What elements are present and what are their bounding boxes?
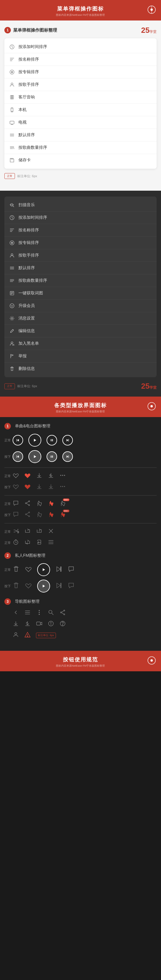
next-btn-normal[interactable] [62,435,73,445]
info-nav-icon[interactable] [48,620,54,628]
download-done-pressed-icon[interactable] [48,483,54,491]
comment-icon[interactable] [13,500,19,508]
dark-menu-item-4[interactable]: 按专辑排序 [5,237,156,249]
menu-item-8[interactable]: 默认排序 [5,129,156,142]
download-done-icon[interactable] [48,472,54,480]
share-icon[interactable] [24,500,31,508]
download-nav-icon[interactable] [13,620,19,628]
fm-heart-icon[interactable] [25,566,32,574]
play-btn-pressed[interactable] [29,450,41,463]
dark-menu-item-13[interactable]: 举报 [5,350,156,363]
dark-menu-item-8[interactable]: 一键获取词图 [5,287,156,300]
next-btn-pressed[interactable] [62,451,73,462]
comment-pressed-icon[interactable] [13,511,19,519]
fm-delete-icon[interactable] [13,566,20,574]
menu-item-2[interactable]: 按名称排序 [5,53,156,66]
back-nav-icon[interactable] [13,609,19,617]
repeat-one2-icon[interactable] [36,539,43,547]
menu-item-10[interactable]: 储存卡 [5,154,156,166]
clock-icon [9,44,15,50]
badge-25-sub: 学堂 [150,30,156,34]
prev-btn-normal[interactable] [13,435,23,445]
fm-play-icon[interactable] [37,563,50,576]
repeat-icon[interactable] [24,528,31,535]
player-sub1: 1 单曲&电台图标整理 正常 按下 [5,423,156,547]
play-btn-normal[interactable] [29,434,41,447]
video-nav-icon[interactable] [36,620,43,628]
dark-menu-item-12[interactable]: 加入黑名单 [5,337,156,350]
fm-next-pressed-icon[interactable] [55,582,62,590]
dark-menu-item-3[interactable]: 按名称排序 [5,224,156,237]
flag-icon [9,353,15,359]
thumbup-filled-icon[interactable] [48,500,54,508]
svg-point-90 [29,512,30,513]
heart-outline-pressed-icon[interactable] [13,483,19,491]
netease-logo [148,6,156,15]
download-pressed-icon[interactable] [36,483,43,491]
playmode-normal-label: 正常 [5,530,13,534]
menu-item-9[interactable]: N 按歌曲数量排序 [5,142,156,154]
heart-outline-icon[interactable] [13,472,19,480]
fm-delete-pressed-icon[interactable] [13,582,20,590]
dark-menu-item-10[interactable]: 消息设置 [5,312,156,325]
fm-comment-icon[interactable] [68,566,75,574]
dark-menu-item-5[interactable]: 按歌手排序 [5,249,156,262]
more-dots-pressed-icon[interactable] [59,483,66,491]
share-nav-icon[interactable] [59,609,66,617]
fm-play-pressed-icon[interactable] [37,580,50,592]
more-dots-icon[interactable] [59,472,66,480]
comment-normal-icons: 999+ [13,500,66,508]
fm-heart-pressed-icon[interactable] [25,582,32,590]
count-badge-icon[interactable]: 999+ [59,500,66,508]
heart-filled-icon[interactable] [24,472,31,480]
count-badge-pressed-icon[interactable]: 999+ [59,511,66,519]
dark-menu-item-11[interactable]: 编辑信息 [5,325,156,337]
download-icon[interactable] [36,472,43,480]
thumbup-pressed-icon[interactable] [36,511,43,519]
phone-icon [9,107,15,113]
dark-menu-item-1[interactable]: 扫描音乐 [5,199,156,212]
svg-line-123 [62,611,64,612]
thumbup-icon[interactable] [36,500,43,508]
heart-filled-pressed-icon[interactable] [24,483,31,491]
prev-btn-pressed[interactable] [13,451,23,462]
menu-item-4[interactable]: 按歌手排序 [5,78,156,91]
share-pressed-icon[interactable] [24,511,31,519]
pause-btn-pressed[interactable] [46,451,57,462]
menu-item-6[interactable]: 本机 [5,104,156,116]
svg-line-93 [26,513,29,514]
dark-menu-item-14[interactable]: 删除信息 [5,363,156,375]
transport-pressed-icons [13,450,73,463]
close-icon[interactable] [48,528,54,535]
fm-pressed-label: 按下 [5,584,13,589]
repeat2-icon[interactable] [24,539,31,547]
fm-next-icon[interactable] [55,566,62,574]
count-list-icon-dark [9,278,15,283]
user-nav-icon[interactable] [13,632,19,639]
annotation-row-1: 正常 标注单位: 6px [5,173,156,179]
warning-nav-icon[interactable] [24,632,31,639]
fm-comment-pressed-icon[interactable] [68,582,75,590]
menu-item-7[interactable]: 电视 [5,116,156,129]
pause-btn-normal[interactable] [46,435,57,445]
edit-icon [9,328,15,334]
timer-icon[interactable] [13,539,19,547]
menu-item-1[interactable]: 按添加时间排序 [5,41,156,53]
dark-menu-item-9[interactable]: 升级会员 [5,300,156,312]
download2-nav-icon[interactable] [24,620,31,628]
menu-item-5[interactable]: 客厅音响 [5,91,156,104]
repeat-one-icon[interactable]: 1 [36,528,43,535]
svg-rect-14 [11,96,13,97]
menu-item-3[interactable]: 按专辑排序 [5,66,156,78]
svg-point-92 [29,516,30,517]
question-nav-icon[interactable] [59,620,66,628]
hamburger-icon[interactable] [48,539,54,547]
menu-nav-icon[interactable] [24,609,31,617]
dark-menu-item-2[interactable]: 按添加时间排序 [5,212,156,224]
shuffle-icon[interactable] [13,528,19,535]
search-nav-icon[interactable] [48,609,54,617]
thumbup-filled-pressed-icon[interactable] [48,511,54,519]
dark-menu-item-6[interactable]: 默认排序 [5,262,156,274]
more-vert-nav-icon[interactable] [36,609,43,617]
dark-menu-item-7[interactable]: 按歌曲数量排序 [5,274,156,287]
